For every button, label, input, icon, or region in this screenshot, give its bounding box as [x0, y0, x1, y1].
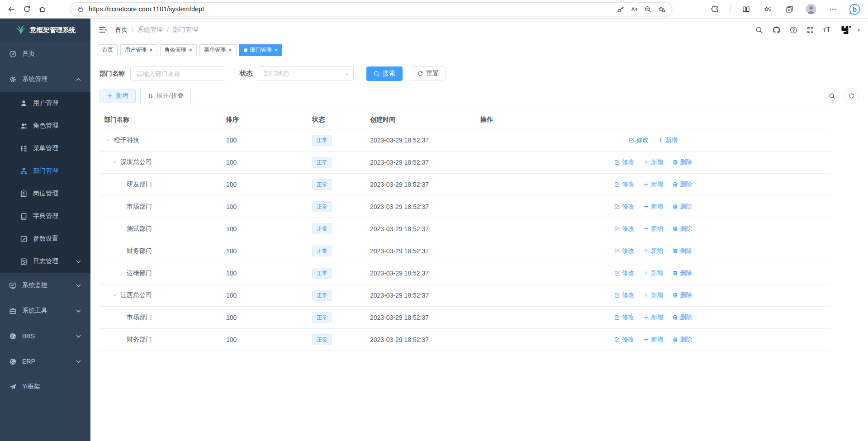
home-icon [38, 5, 46, 13]
address-bar[interactable]: https://ccnetcore.com:1101/system/dept A [71, 2, 672, 16]
read-aloud-icon[interactable]: A [627, 3, 641, 15]
edit-link[interactable]: 修改 [614, 203, 634, 211]
add-link[interactable]: 新增 [643, 180, 663, 189]
edit-link[interactable]: 修改 [629, 136, 649, 144]
add-link[interactable]: 新增 [643, 269, 663, 277]
add-link[interactable]: 新增 [643, 247, 663, 255]
browser-profile-button[interactable] [805, 2, 817, 16]
dept-name-input[interactable] [130, 66, 225, 81]
tab-4[interactable]: 部门管理× [239, 44, 283, 56]
sidebar-item-11[interactable]: 系统工具 [0, 298, 90, 323]
edit-link[interactable]: 修改 [614, 313, 634, 322]
app-logo[interactable]: 意框架管理系统 [0, 19, 90, 41]
sidebar-item-7[interactable]: 字典管理 [0, 205, 90, 228]
tab-2[interactable]: 角色管理× [160, 44, 197, 56]
favorites-button[interactable] [761, 2, 774, 16]
breadcrumb-system[interactable]: 系统管理 [138, 26, 163, 34]
delete-link[interactable]: 删除 [672, 336, 692, 344]
browser-menu-button[interactable] [826, 2, 839, 16]
reload-button[interactable] [19, 2, 34, 16]
top-navbar: 首页 / 系统管理 / 部门管理 TT ▾ [90, 19, 868, 41]
close-icon[interactable]: × [149, 47, 153, 53]
sidebar-item-4[interactable]: 菜单管理 [0, 137, 90, 160]
extensions-button[interactable] [708, 2, 721, 16]
password-key-icon[interactable] [614, 3, 627, 15]
chevron-down-icon [344, 71, 350, 77]
tree-indent [104, 295, 110, 296]
add-link[interactable]: 新增 [643, 225, 663, 233]
split-screen-button[interactable] [740, 2, 752, 16]
sidebar-item-1[interactable]: 系统管理 [0, 66, 90, 92]
url-text[interactable]: https://ccnetcore.com:1101/system/dept [89, 5, 614, 13]
sidebar-item-6[interactable]: 岗位管理 [0, 182, 90, 205]
avatar-caret-icon[interactable]: ▾ [858, 28, 860, 33]
delete-link[interactable]: 删除 [672, 291, 692, 299]
delete-link[interactable]: 删除 [672, 180, 692, 189]
add-favorite-icon[interactable] [655, 3, 668, 15]
svg-text:A: A [631, 7, 634, 12]
sidebar-item-2[interactable]: 用户管理 [0, 92, 90, 114]
header-search-icon[interactable] [755, 26, 763, 34]
add-button[interactable]: 新增 [100, 89, 136, 103]
zoom-out-icon[interactable] [641, 3, 655, 15]
edit-link[interactable]: 修改 [614, 336, 634, 344]
help-icon[interactable] [790, 26, 797, 34]
fullscreen-icon[interactable] [806, 26, 814, 34]
book-icon [20, 213, 28, 220]
toggle-search-button[interactable] [824, 88, 840, 104]
tree-expand-icon[interactable] [110, 291, 119, 299]
add-link[interactable]: 新增 [658, 136, 678, 144]
collections-button[interactable] [783, 2, 796, 16]
sidebar-item-3[interactable]: 角色管理 [0, 114, 90, 137]
delete-link[interactable]: 删除 [672, 158, 692, 166]
tab-3[interactable]: 菜单管理× [199, 44, 237, 56]
search-button[interactable]: 搜索 [366, 66, 403, 81]
delete-link[interactable]: 删除 [672, 225, 692, 233]
edit-link[interactable]: 修改 [614, 180, 634, 189]
sidebar-item-label: 日志管理 [33, 257, 69, 266]
status-select[interactable]: 部门状态 [258, 66, 354, 81]
reset-button[interactable]: 重置 [410, 66, 446, 81]
tab-1[interactable]: 用户管理× [120, 44, 157, 56]
delete-link[interactable]: 删除 [672, 269, 692, 277]
globe-icon [9, 332, 17, 340]
tab-0[interactable]: 首页 [98, 44, 118, 56]
edit-link[interactable]: 修改 [614, 291, 634, 299]
edit-link[interactable]: 修改 [614, 247, 634, 255]
sidebar-item-8[interactable]: 参数设置 [0, 228, 90, 250]
sidebar-item-13[interactable]: ERP [0, 349, 90, 374]
sidebar-item-12[interactable]: BBS [0, 323, 90, 349]
delete-link[interactable]: 删除 [672, 203, 692, 211]
edit-link[interactable]: 修改 [614, 158, 634, 166]
back-icon[interactable] [4, 2, 19, 16]
edit-link[interactable]: 修改 [614, 269, 634, 277]
home-button[interactable] [34, 2, 50, 16]
expand-collapse-button[interactable]: 展开/折叠 [140, 89, 191, 103]
close-icon[interactable]: × [189, 47, 193, 53]
sidebar-item-9[interactable]: 日志管理 [0, 250, 90, 273]
close-icon[interactable]: × [228, 47, 232, 53]
sidebar-fold-button[interactable] [97, 24, 109, 36]
sidebar-item-5[interactable]: 部门管理 [0, 160, 90, 182]
refresh-table-button[interactable] [844, 88, 859, 104]
add-link[interactable]: 新增 [643, 336, 663, 344]
sidebar-item-10[interactable]: 系统监控 [0, 273, 90, 298]
sidebar-item-14[interactable]: Yi框架 [0, 374, 90, 399]
add-link[interactable]: 新增 [643, 203, 663, 211]
close-icon[interactable]: × [275, 47, 278, 53]
add-link[interactable]: 新增 [643, 313, 663, 322]
font-size-icon[interactable]: TT [823, 26, 830, 33]
add-link[interactable]: 新增 [643, 291, 663, 299]
user-avatar[interactable] [840, 23, 853, 37]
add-link[interactable]: 新增 [643, 158, 663, 166]
edit-link[interactable]: 修改 [614, 225, 634, 233]
tree-expand-icon[interactable] [104, 136, 112, 144]
status-badge: 正常 [312, 223, 332, 234]
github-icon[interactable] [772, 26, 781, 34]
breadcrumb-home[interactable]: 首页 [115, 26, 128, 34]
sidebar-item-0[interactable]: 首页 [0, 41, 90, 66]
bing-chat-button[interactable]: b [848, 2, 861, 16]
tree-expand-icon[interactable] [110, 158, 119, 166]
delete-link[interactable]: 删除 [672, 247, 692, 255]
delete-link[interactable]: 删除 [672, 313, 692, 322]
